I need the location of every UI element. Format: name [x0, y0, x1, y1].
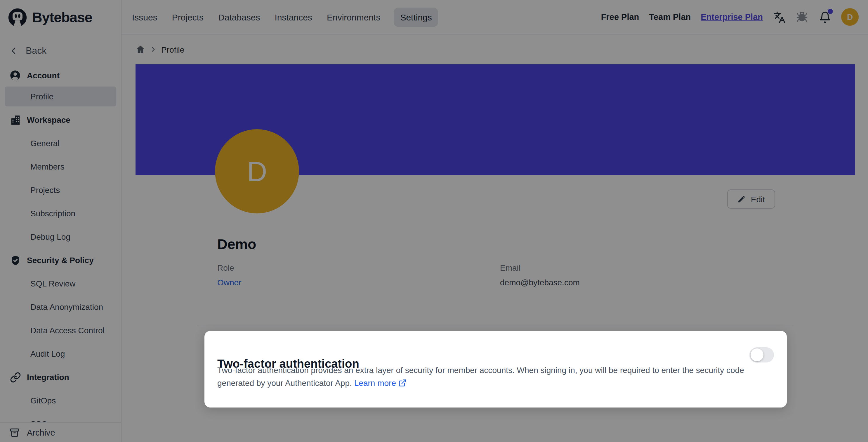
bytebase-app: Bytebase Back Account Profile Workspace	[0, 0, 868, 442]
description-line-2: generated by your Authenticator App.Lear…	[217, 377, 775, 389]
two-factor-toggle[interactable]	[749, 347, 774, 362]
two-factor-card: Two-factor authentication Two-factor aut…	[205, 331, 787, 408]
toggle-knob	[751, 349, 764, 361]
two-factor-description: Two-factor authentication provides an ex…	[217, 364, 775, 389]
external-link-icon	[398, 379, 407, 387]
description-line-1: Two-factor authentication provides an ex…	[217, 364, 775, 377]
learn-more-link[interactable]: Learn more	[354, 378, 396, 387]
